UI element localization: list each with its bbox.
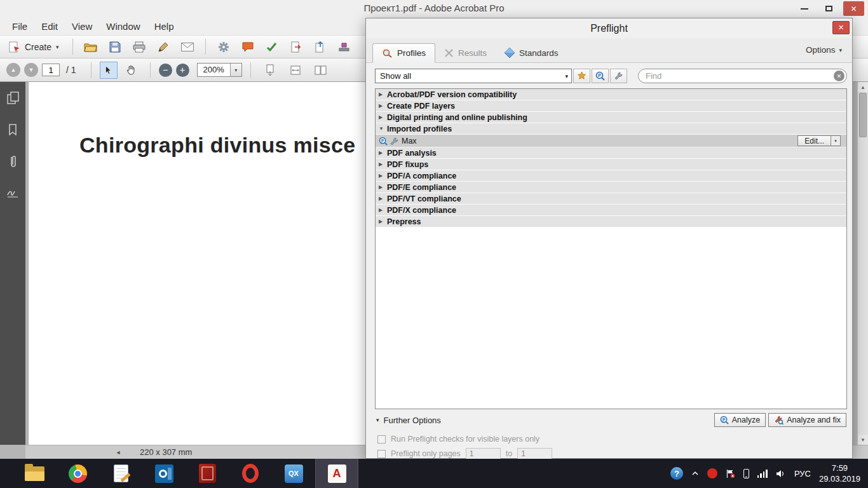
find-input[interactable] [646, 71, 834, 81]
next-page-button[interactable]: ▼ [24, 63, 38, 77]
expand-triangle-icon[interactable]: ▶ [379, 103, 387, 109]
print-button[interactable] [128, 38, 150, 56]
clear-search-button[interactable]: ✕ [834, 71, 844, 81]
menu-window[interactable]: Window [99, 21, 147, 32]
expand-triangle-icon[interactable]: ▶ [379, 150, 387, 156]
page-thumbnails-button[interactable] [4, 90, 21, 106]
expand-triangle-icon[interactable]: ▶ [379, 184, 387, 190]
menu-help[interactable]: Help [147, 21, 181, 32]
scrolling-mode-button[interactable] [259, 61, 281, 79]
fill-sign-button[interactable] [261, 38, 283, 56]
taskbar-app-file-explorer[interactable] [13, 459, 56, 488]
taskbar-app-acrobat[interactable]: A [315, 459, 358, 488]
two-page-view-button[interactable] [310, 61, 332, 79]
profile-category[interactable]: ▶PDF/E compliance [376, 182, 846, 193]
profile-category[interactable]: ▶Acrobat/PDF version compatibility [376, 89, 846, 100]
menu-edit[interactable]: Edit [34, 21, 65, 32]
help-icon[interactable]: ? [670, 467, 683, 480]
analyze-button[interactable]: P Analyze [714, 413, 766, 427]
create-button[interactable]: Create ▾ [5, 39, 65, 55]
antivirus-icon[interactable] [707, 468, 717, 478]
language-indicator[interactable]: РУС [794, 469, 811, 478]
save-button[interactable] [104, 38, 126, 56]
expand-triangle-icon[interactable]: ▶ [379, 161, 387, 167]
further-options-toggle[interactable]: ▾ Further Options [376, 416, 441, 425]
profile-category[interactable]: ▶Create PDF layers [376, 100, 846, 112]
preflight-close-button[interactable]: ✕ [832, 21, 850, 34]
expand-triangle-icon[interactable]: ▶ [379, 207, 387, 213]
profile-category[interactable]: ▶PDF analysis [376, 147, 846, 159]
device-icon[interactable] [743, 469, 749, 478]
profile-category[interactable]: ▶PDF/A compliance [376, 170, 846, 182]
scroll-left-button[interactable]: ◄ [113, 447, 123, 458]
share-button[interactable] [309, 38, 331, 56]
close-button[interactable]: ✕ [843, 1, 864, 16]
taskbar-app-outlook[interactable] [142, 459, 186, 488]
scroll-down-button[interactable]: ▼ [858, 435, 868, 445]
edit-profile-button[interactable]: Edit... [797, 135, 831, 146]
visible-layers-checkbox[interactable] [377, 435, 386, 444]
settings-button[interactable] [213, 38, 234, 56]
profile-category-imported[interactable]: ▼Imported profiles [376, 123, 846, 135]
profile-category[interactable]: ▶PDF/VT compliance [376, 193, 846, 205]
zoom-level-dropdown[interactable]: 200% ▾ [197, 63, 242, 77]
profile-category[interactable]: ▶PDF/X compliance [376, 205, 846, 216]
expand-triangle-icon[interactable]: ▶ [379, 219, 387, 224]
profile-category[interactable]: ▶Prepress [376, 216, 846, 227]
scrollbar-thumb[interactable] [859, 93, 867, 137]
previous-page-button[interactable]: ▲ [6, 63, 20, 77]
action-center-flag-icon[interactable] [726, 469, 735, 478]
profile-filter-dropdown[interactable]: Show all ▾ [375, 69, 572, 83]
show-hidden-icons-button[interactable] [691, 471, 699, 476]
page-from-input[interactable] [466, 448, 501, 459]
caret-down-icon[interactable]: ▾ [230, 64, 241, 76]
taskbar-clock[interactable]: 7:59 29.03.2019 [819, 463, 860, 484]
page-number-input[interactable] [42, 64, 60, 76]
export-button[interactable] [285, 38, 307, 56]
comment-button[interactable] [237, 38, 259, 56]
taskbar-app-ebook-reader[interactable] [186, 459, 229, 488]
expand-triangle-icon[interactable]: ▶ [379, 196, 387, 201]
select-profiles-view-button[interactable] [573, 69, 590, 83]
volume-icon[interactable] [776, 470, 786, 478]
tab-profiles[interactable]: Profiles [372, 43, 435, 63]
attachments-button[interactable] [4, 153, 21, 170]
open-button[interactable] [80, 38, 102, 56]
tab-results[interactable]: Results [435, 44, 496, 62]
analysis-view-button[interactable]: P [592, 69, 609, 83]
profile-item-max[interactable]: P Max Edit... ▾ [376, 135, 846, 147]
menu-file[interactable]: File [5, 21, 34, 32]
tab-standards[interactable]: Standards [496, 43, 567, 62]
taskbar-app-text-editor[interactable] [99, 459, 142, 488]
vertical-scrollbar[interactable]: ▲ ▼ [857, 82, 868, 445]
only-pages-checkbox[interactable] [377, 450, 386, 458]
signatures-button[interactable] [4, 185, 21, 201]
zoom-in-button[interactable]: + [176, 64, 189, 77]
expand-triangle-icon[interactable]: ▶ [379, 173, 387, 179]
taskbar-app-chrome[interactable] [56, 459, 99, 488]
taskbar-app-opera[interactable] [229, 459, 272, 488]
options-button[interactable]: Options ▾ [806, 45, 842, 55]
profile-category[interactable]: ▶PDF fixups [376, 159, 846, 170]
edit-dropdown-button[interactable]: ▾ [831, 135, 841, 146]
analyze-and-fix-button[interactable]: Analyze and fix [768, 413, 846, 427]
stamp-button[interactable] [334, 38, 355, 56]
fit-width-button[interactable] [285, 61, 306, 79]
zoom-out-button[interactable]: − [159, 64, 172, 77]
menu-view[interactable]: View [65, 21, 99, 32]
network-signal-icon[interactable] [757, 469, 768, 478]
fixups-view-button[interactable] [610, 69, 627, 83]
scroll-up-button[interactable]: ▲ [858, 82, 868, 92]
bookmarks-button[interactable] [4, 121, 21, 138]
maximize-button[interactable] [819, 1, 838, 16]
profile-category[interactable]: ▶Digital printing and online publishing [376, 112, 846, 123]
page-to-input[interactable] [517, 448, 552, 459]
select-tool-button[interactable] [100, 62, 118, 79]
minimize-button[interactable] [795, 1, 814, 16]
taskbar-app-quarkxpress[interactable]: QX [272, 459, 315, 488]
expand-triangle-icon[interactable]: ▶ [379, 92, 387, 97]
collapse-triangle-icon[interactable]: ▼ [379, 126, 387, 132]
preflight-titlebar[interactable]: Preflight ✕ [366, 18, 852, 38]
email-button[interactable] [177, 38, 198, 56]
expand-triangle-icon[interactable]: ▶ [379, 114, 387, 120]
